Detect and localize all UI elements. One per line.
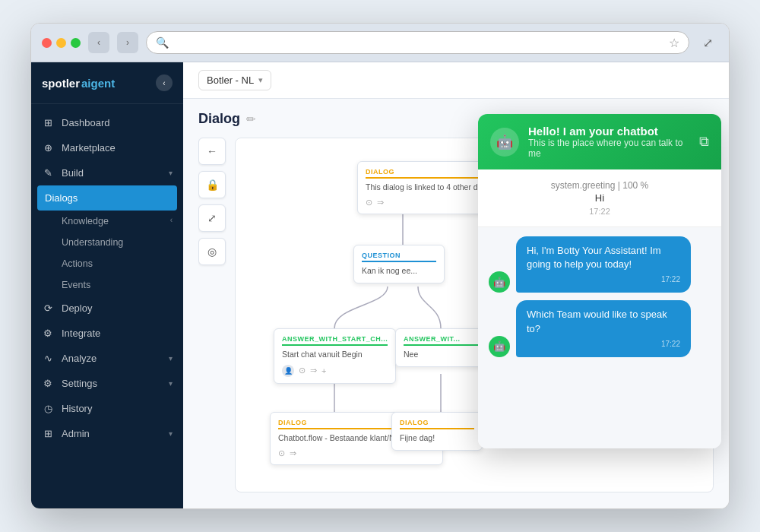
minimize-dot[interactable] bbox=[56, 38, 66, 48]
chat-body: system.greeting | 100 % Hi 17:22 🤖 bbox=[478, 169, 714, 448]
node-body-answer-start: Start chat vanuit Begin bbox=[282, 349, 388, 360]
bot-selector-label: Botler - NL bbox=[207, 74, 254, 86]
settings-icon: ⚙ bbox=[42, 378, 54, 389]
history-icon: ◷ bbox=[42, 403, 54, 414]
browser-window: ‹ › 🔍 ☆ ⤢ spotler aigent ‹ bbox=[30, 23, 730, 509]
logo-spotler: spotler bbox=[42, 77, 80, 90]
node-icon-4: + bbox=[321, 366, 326, 375]
chat-share-icon[interactable]: ⧉ bbox=[699, 138, 709, 150]
node-header-dialog-fijn: DIALOG bbox=[400, 419, 474, 429]
flow-node-answer-start[interactable]: ANSWER_WITH_START_CH... Start chat vanui… bbox=[274, 328, 396, 384]
address-bar[interactable]: 🔍 ☆ bbox=[146, 31, 689, 54]
logo-aigent: aigent bbox=[81, 77, 115, 90]
flow-node-dialog-fijn[interactable]: DIALOG Fijne dag! bbox=[391, 412, 483, 451]
sidebar-item-marketplace[interactable]: ⊕ Marketplace bbox=[31, 135, 183, 160]
node-body-question: Kan ik nog ee... bbox=[362, 265, 436, 277]
sidebar-label-actions: Actions bbox=[62, 258, 93, 269]
back-nav-button[interactable]: ← bbox=[198, 138, 226, 165]
forward-button[interactable]: › bbox=[117, 32, 138, 53]
chevron-down-icon: ▾ bbox=[169, 169, 173, 177]
sidebar-header: spotler aigent ‹ bbox=[31, 62, 183, 104]
bookmark-icon: ☆ bbox=[669, 36, 679, 50]
chat-header: 🤖 Hello! I am your chatbot This is the p… bbox=[478, 138, 714, 169]
node-eye-icon: ⊙ bbox=[366, 198, 372, 207]
sidebar-item-deploy[interactable]: ⟳ Deploy bbox=[31, 296, 183, 321]
chat-overlay: 🤖 Hello! I am your chatbot This is the p… bbox=[478, 138, 714, 448]
page-title: Dialog bbox=[198, 111, 240, 127]
sidebar-collapse-button[interactable]: ‹ bbox=[156, 74, 173, 91]
lock-button[interactable]: 🔒 bbox=[198, 171, 226, 198]
chat-message-1: 🤖 Hi, I'm Botty Your Assistant! Im going… bbox=[489, 236, 691, 293]
expand-button[interactable]: ⤢ bbox=[697, 32, 718, 53]
sidebar-item-actions[interactable]: Actions bbox=[31, 253, 183, 274]
node-body-dialog-fijn: Fijne dag! bbox=[400, 432, 474, 444]
flow-node-question[interactable]: QUESTION Kan ik nog ee... bbox=[353, 245, 445, 283]
chat-system-area: system.greeting | 100 % Hi 17:22 bbox=[478, 169, 714, 227]
sidebar-label-dialogs: Dialogs bbox=[45, 192, 169, 204]
node-icon-flow-1: ⊙ bbox=[278, 448, 285, 458]
sidebar-item-settings[interactable]: ⚙ Settings ▾ bbox=[31, 371, 183, 396]
deploy-icon: ⟳ bbox=[42, 302, 54, 314]
analyze-icon: ∿ bbox=[42, 353, 54, 364]
admin-icon: ⊞ bbox=[42, 428, 54, 439]
node-footer-answer-start: 👤 ⊙ ⇒ + bbox=[282, 365, 388, 377]
node-icon-2: ⊙ bbox=[299, 366, 306, 375]
node-body-answer-2: Nee bbox=[404, 349, 478, 360]
close-dot[interactable] bbox=[42, 38, 52, 48]
chat-text-2: Which Team would like to speak to? bbox=[527, 309, 667, 334]
chat-avatar-1: 🤖 bbox=[489, 271, 510, 293]
sidebar-item-integrate[interactable]: ⚙ Integrate bbox=[31, 321, 183, 346]
sidebar-item-events[interactable]: Events bbox=[31, 274, 183, 296]
node-avatar-start: 👤 bbox=[282, 365, 294, 377]
sidebar-label-marketplace: Marketplace bbox=[62, 142, 173, 154]
bot-selector-arrow-icon: ▾ bbox=[258, 75, 263, 85]
chat-message-2: 🤖 Which Team would like to speak to? 17:… bbox=[489, 300, 691, 356]
canvas-area: Dialog ✏ ← 🔒 ⤢ ◎ bbox=[183, 99, 729, 508]
browser-toolbar: ‹ › 🔍 ☆ ⤢ bbox=[31, 24, 729, 62]
main-area: Botler - NL ▾ Dialog ✏ ← 🔒 ⤢ ◎ bbox=[183, 62, 729, 508]
sidebar-label-deploy: Deploy bbox=[62, 302, 173, 314]
expand-canvas-button[interactable]: ⤢ bbox=[198, 204, 226, 232]
chat-text-1: Hi, I'm Botty Your Assistant! Im going t… bbox=[527, 245, 661, 270]
node-copy-icon: ⇒ bbox=[377, 198, 384, 207]
chat-messages: 🤖 Hi, I'm Botty Your Assistant! Im going… bbox=[478, 227, 714, 366]
sidebar-label-understanding: Understanding bbox=[62, 237, 123, 248]
chat-bot-avatar: 🤖 bbox=[490, 138, 519, 157]
chat-bubble-1: Hi, I'm Botty Your Assistant! Im going t… bbox=[516, 236, 691, 293]
sidebar-item-admin[interactable]: ⊞ Admin ▾ bbox=[31, 421, 183, 446]
sidebar-label-admin: Admin bbox=[62, 428, 161, 439]
node-icon-flow-2: ⇒ bbox=[290, 448, 296, 458]
edit-title-icon[interactable]: ✏ bbox=[246, 112, 256, 126]
zoom-button[interactable]: ◎ bbox=[198, 238, 226, 265]
sidebar-item-understanding[interactable]: Understanding bbox=[31, 232, 183, 253]
integrate-icon: ⚙ bbox=[42, 328, 54, 339]
back-button[interactable]: ‹ bbox=[88, 32, 109, 53]
sidebar-label-knowledge: Knowledge bbox=[62, 216, 109, 226]
sidebar-label-integrate: Integrate bbox=[62, 328, 173, 339]
chat-avatar-2: 🤖 bbox=[489, 336, 510, 357]
chat-time-2: 17:22 bbox=[527, 339, 680, 350]
browser-dots bbox=[42, 38, 81, 48]
system-time: 17:22 bbox=[490, 207, 709, 216]
system-tag: system.greeting | 100 % bbox=[490, 180, 709, 191]
node-header-question: QUESTION bbox=[362, 252, 436, 262]
maximize-dot[interactable] bbox=[71, 38, 81, 48]
node-header-answer-start: ANSWER_WITH_START_CH... bbox=[282, 335, 388, 346]
node-icon-3: ⇒ bbox=[310, 366, 317, 375]
app-content: spotler aigent ‹ ⊞ Dashboard ⊕ Marketpla… bbox=[31, 62, 729, 508]
sidebar-item-dashboard[interactable]: ⊞ Dashboard bbox=[31, 110, 183, 135]
sidebar-label-analyze: Analyze bbox=[62, 353, 161, 364]
chat-time-1: 17:22 bbox=[527, 274, 680, 285]
canvas-toolbar: ← 🔒 ⤢ ◎ bbox=[198, 138, 226, 492]
sidebar-item-dialogs[interactable]: Dialogs bbox=[37, 185, 177, 211]
bot-selector[interactable]: Botler - NL ▾ bbox=[198, 70, 271, 90]
sidebar-item-knowledge[interactable]: Knowledge ‹ bbox=[31, 211, 183, 232]
chat-bubble-2: Which Team would like to speak to? 17:22 bbox=[516, 300, 691, 356]
flow-node-answer-2[interactable]: ANSWER_WIT... Nee bbox=[395, 328, 486, 367]
main-topbar: Botler - NL ▾ bbox=[183, 62, 729, 99]
sidebar-label-build: Build bbox=[62, 167, 161, 179]
sidebar-item-analyze[interactable]: ∿ Analyze ▾ bbox=[31, 346, 183, 371]
sidebar-item-history[interactable]: ◷ History bbox=[31, 396, 183, 421]
sidebar-item-build[interactable]: ✎ Build ▾ bbox=[31, 160, 183, 185]
dashboard-icon: ⊞ bbox=[42, 117, 54, 128]
